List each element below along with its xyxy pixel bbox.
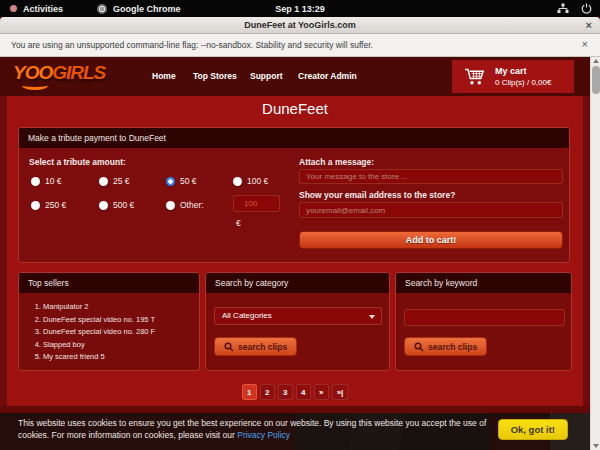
desktop-screen: Activities Google Chrome Sep 1 13:29 Dun…: [0, 0, 600, 450]
window-close-icon[interactable]: ×: [586, 19, 592, 31]
browser-viewport: YOOGIRLS Home Top Stores Support Creator…: [0, 57, 600, 450]
nav-support[interactable]: Support: [250, 71, 283, 81]
radio-option-25[interactable]: 25 €: [99, 176, 130, 186]
tribute-panel: Make a tribute payment to DuneFeet Selec…: [18, 127, 570, 263]
infobar-close-icon[interactable]: ×: [582, 38, 588, 50]
radio-label: 50 €: [180, 176, 197, 186]
page-button-1[interactable]: 1: [242, 384, 257, 400]
scroll-down-icon[interactable]: [591, 442, 600, 450]
category-search-header: Search by category: [206, 273, 389, 293]
page-right-margin: [583, 96, 590, 408]
radio-label: 25 €: [113, 176, 130, 186]
search-icon: [224, 342, 234, 352]
nav-home[interactable]: Home: [152, 71, 176, 81]
page-button-last[interactable]: »|: [332, 384, 349, 400]
other-amount-input[interactable]: [233, 195, 280, 212]
page-left-margin: [0, 96, 7, 408]
infobar-message: You are using an unsupported command-lin…: [11, 40, 373, 50]
category-select[interactable]: All Categories: [214, 307, 382, 325]
radio-label: 500 €: [113, 200, 134, 210]
search-clips-label: search clips: [428, 342, 477, 352]
window-title: DuneFeet at YooGirls.com: [244, 20, 356, 30]
site-header: YOOGIRLS Home Top Stores Support Creator…: [0, 57, 590, 96]
cart-icon: [464, 68, 486, 85]
list-item[interactable]: My scared friend 5: [43, 351, 199, 364]
radio-option-100[interactable]: 100 €: [233, 176, 268, 186]
category-search-panel: Search by category All Categories search…: [205, 272, 390, 371]
list-item[interactable]: DuneFeet special video no. 280 F: [43, 326, 199, 339]
radio-icon[interactable]: [31, 177, 40, 186]
pagination: 1 2 3 4 » »|: [0, 384, 590, 400]
chrome-infobar: You are using an unsupported command-lin…: [0, 34, 600, 57]
amount-label: Select a tribute amount:: [29, 157, 126, 167]
top-sellers-header: Top sellers: [19, 273, 199, 293]
message-label: Attach a message:: [299, 157, 374, 167]
gnome-top-bar: Activities Google Chrome Sep 1 13:29: [0, 0, 600, 17]
logo-smile-icon: [22, 81, 48, 90]
radio-label: 100 €: [247, 176, 268, 186]
email-label: Show your email address to the store?: [299, 190, 455, 200]
radio-label: 250 €: [45, 200, 66, 210]
nav-top-stores[interactable]: Top Stores: [193, 71, 237, 81]
keyword-search-panel: Search by keyword search clips: [395, 272, 572, 371]
browser-scrollbar[interactable]: [590, 57, 600, 450]
radio-icon[interactable]: [166, 177, 175, 186]
radio-icon[interactable]: [99, 177, 108, 186]
network-icon[interactable]: [557, 3, 569, 14]
chevron-down-icon: [369, 315, 375, 319]
top-sellers-panel: Top sellers Manipulator 2 DuneFeet speci…: [18, 272, 200, 371]
scrollbar-thumb[interactable]: [592, 66, 600, 94]
search-clips-label: search clips: [238, 342, 287, 352]
category-select-value: All Categories: [222, 311, 272, 320]
tribute-panel-header: Make a tribute payment to DuneFeet: [19, 128, 569, 148]
radio-icon[interactable]: [99, 201, 108, 210]
scroll-up-icon[interactable]: [591, 57, 600, 65]
list-item[interactable]: Slapped boy: [43, 339, 199, 352]
keyword-search-header: Search by keyword: [396, 273, 571, 293]
radio-option-other[interactable]: Other:: [166, 200, 204, 210]
privacy-policy-link[interactable]: Privacy Policy: [237, 430, 290, 440]
cart-summary: 0 Clip(s) / 0,00€: [495, 77, 551, 88]
radio-option-10[interactable]: 10 €: [31, 176, 62, 186]
logo-part1: YOO: [13, 62, 52, 83]
nav-creator-admin[interactable]: Creator Admin: [298, 71, 357, 81]
add-to-cart-button[interactable]: Add to cart!: [299, 231, 563, 249]
radio-option-250[interactable]: 250 €: [31, 200, 66, 210]
cart-title: My cart: [495, 65, 551, 77]
radio-label: Other:: [180, 200, 204, 210]
page-button-3[interactable]: 3: [278, 384, 293, 400]
cookie-consent-bar: This website uses cookies to ensure you …: [0, 413, 590, 450]
power-icon[interactable]: [581, 3, 592, 14]
page-button-2[interactable]: 2: [260, 384, 275, 400]
keyword-input[interactable]: [404, 309, 565, 326]
logo-part2: GIRLS: [52, 62, 105, 83]
search-clips-keyword-button[interactable]: search clips: [404, 337, 487, 356]
window-titlebar[interactable]: DuneFeet at YooGirls.com ×: [0, 17, 600, 34]
radio-option-500[interactable]: 500 €: [99, 200, 134, 210]
page-button-4[interactable]: 4: [296, 384, 311, 400]
my-cart-button[interactable]: My cart 0 Clip(s) / 0,00€: [452, 60, 574, 93]
message-input[interactable]: [299, 169, 563, 184]
radio-label: 10 €: [45, 176, 62, 186]
page-title: DuneFeet: [0, 100, 590, 117]
cookie-accept-button[interactable]: Ok, got it!: [498, 419, 568, 440]
top-sellers-list: Manipulator 2 DuneFeet special video no.…: [43, 301, 199, 364]
cookie-message: This website uses cookies to ensure you …: [18, 418, 496, 441]
email-input[interactable]: [299, 202, 563, 218]
currency-label: €: [236, 218, 241, 228]
list-item[interactable]: DuneFeet special video no. 195 T: [43, 314, 199, 327]
clock[interactable]: Sep 1 13:29: [0, 4, 600, 14]
search-icon: [414, 342, 424, 352]
page-button-next[interactable]: »: [314, 384, 329, 400]
radio-option-50[interactable]: 50 €: [166, 176, 197, 186]
radio-icon[interactable]: [31, 201, 40, 210]
radio-icon[interactable]: [166, 201, 175, 210]
list-item[interactable]: Manipulator 2: [43, 301, 199, 314]
search-clips-category-button[interactable]: search clips: [214, 337, 297, 356]
radio-icon[interactable]: [233, 177, 242, 186]
